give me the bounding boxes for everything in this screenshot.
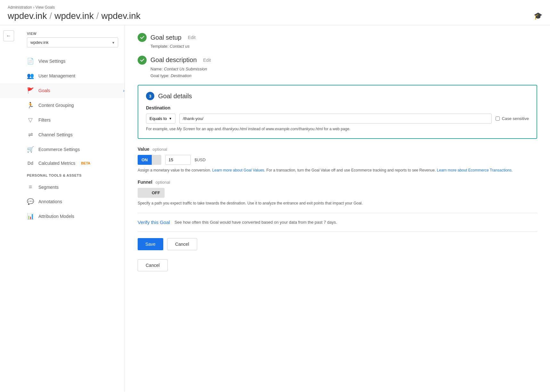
name-value: Contact Us Submission [164, 67, 207, 71]
back-button[interactable]: ← [3, 30, 14, 41]
attribution-icon: 📊 [27, 213, 34, 220]
sidebar-item-channel-settings[interactable]: ⇌ Channel Settings [0, 127, 125, 142]
personal-tools-label: PERSONAL TOOLS & ASSETS [27, 173, 118, 177]
page-title: wpdev.ink / wpdev.ink / wpdev.ink 🎓 [8, 11, 542, 21]
hint-text-3: instead of [247, 127, 266, 131]
goal-details-box: 3 Goal details Destination Equals to Cas… [138, 85, 537, 139]
step3-badge: 3 [146, 92, 154, 100]
goal-description-meta: Name: Contact Us Submission Goal type: D… [150, 66, 537, 79]
value-section: Value optional ON $USD Assign a monetary… [138, 147, 537, 173]
value-desc-2: . For a transaction, turn the Goal Value… [264, 168, 437, 172]
document-icon: 📄 [27, 58, 34, 65]
step2-complete-icon [138, 56, 147, 65]
value-description: Assign a monetary value to the conversio… [138, 167, 537, 173]
learn-more-values-link[interactable]: Learn more about Goal Values [212, 168, 264, 172]
value-toggle: ON [138, 155, 161, 165]
case-sensitive-checkbox[interactable] [496, 116, 500, 121]
hint-text-2: for an app and [195, 127, 222, 131]
hint-text-1: For example, use [146, 127, 177, 131]
cart-icon: 🛒 [27, 146, 34, 153]
value-label: Value optional [138, 147, 537, 152]
funnel-description: Specify a path you expect traffic to tak… [138, 200, 537, 206]
separator-1: / [49, 11, 52, 21]
value-optional: optional [152, 147, 167, 152]
sidebar-item-view-settings[interactable]: 📄 View Settings [0, 54, 125, 68]
cancel-bottom-button[interactable]: Cancel [138, 259, 168, 271]
expand-arrow-icon: › [123, 88, 125, 93]
sidebar-item-label: Goals [38, 88, 50, 93]
sidebar-item-label: User Management [38, 73, 75, 78]
main-content: Goal setup Edit Template: Contact us Goa… [125, 25, 550, 392]
sidebar-item-content-grouping[interactable]: 🏃 Content Grouping [0, 98, 125, 113]
sidebar-item-goals[interactable]: 🚩 Goals › [0, 83, 125, 98]
filter-icon: ▽ [27, 116, 34, 124]
beta-badge: BETA [81, 161, 90, 165]
content-grouping-icon: 🏃 [27, 102, 34, 109]
annotations-icon: 💬 [27, 198, 34, 205]
funnel-toggle-on[interactable] [138, 188, 147, 198]
funnel-section: Funnel optional OFF Specify a path you e… [138, 180, 537, 206]
hint-url: www.example.com/thankyou.html [266, 127, 323, 131]
verify-goal-link[interactable]: Verify this Goal [138, 220, 170, 225]
name-label: Name: [150, 67, 163, 71]
learn-more-ecommerce-link[interactable]: Learn more about Ecommerce Transactions [437, 168, 512, 172]
value-input[interactable] [165, 155, 191, 165]
breadcrumb: Administration › View Goals [8, 5, 542, 10]
value-toggle-off[interactable] [152, 155, 161, 165]
sidebar-item-attribution-models[interactable]: 📊 Attribution Models [0, 209, 125, 224]
template-value: Contact us [170, 44, 190, 49]
goal-description-edit[interactable]: Edit [203, 58, 211, 63]
sidebar-item-calculated-metrics[interactable]: Dd Calculated Metrics BETA [0, 157, 125, 170]
sidebar-item-label: Attribution Models [38, 214, 74, 219]
value-desc-1: Assign a monetary value to the conversio… [138, 168, 212, 172]
separator-2: / [96, 11, 99, 21]
graduation-icon: 🎓 [534, 12, 542, 20]
funnel-label: Funnel optional [138, 180, 537, 185]
destination-label: Destination [146, 105, 529, 110]
hint-text-4: for a web page. [323, 127, 350, 131]
goal-setup-edit[interactable]: Edit [188, 35, 196, 40]
sidebar-item-label: Annotations [38, 199, 62, 204]
verify-row: Verify this Goal See how often this Goal… [138, 220, 537, 225]
verify-description: See how often this Goal would have conve… [174, 220, 337, 225]
site-part-2: wpdev.ink [54, 11, 93, 21]
destination-hint: For example, use My Screen for an app an… [146, 126, 529, 132]
flag-icon: 🚩 [27, 87, 34, 94]
goal-setup-title: Goal setup [150, 34, 182, 41]
sidebar-item-filters[interactable]: ▽ Filters [0, 113, 125, 127]
sidebar-item-label: Content Grouping [38, 103, 74, 108]
sidebar-item-label: Channel Settings [38, 132, 73, 137]
funnel-toggle-row: OFF [138, 188, 537, 198]
goal-description-title: Goal description [150, 56, 197, 64]
sidebar-item-user-management[interactable]: 👥 User Management [0, 68, 125, 83]
cancel-button[interactable]: Cancel [167, 238, 197, 250]
sidebar-item-label: Segments [38, 185, 59, 190]
funnel-toggle-off[interactable]: OFF [147, 188, 165, 198]
destination-input[interactable] [179, 114, 492, 124]
funnel-optional: optional [156, 180, 170, 185]
save-button[interactable]: Save [138, 238, 163, 250]
step1-complete-icon [138, 33, 147, 42]
equals-to-button[interactable]: Equals to [146, 114, 175, 124]
separator-2 [138, 231, 537, 232]
site-part-1: wpdev.ink [8, 11, 47, 21]
goal-setup-meta: Template: Contact us [150, 43, 537, 50]
view-select[interactable]: wpdev.ink [27, 37, 118, 47]
users-icon: 👥 [27, 72, 34, 79]
value-row: ON $USD [138, 155, 537, 165]
funnel-toggle: OFF [138, 188, 165, 198]
hint-my-screen: My Screen [177, 127, 195, 131]
sidebar: ← VIEW wpdev.ink 📄 View Settings 👥 User … [0, 25, 125, 392]
sidebar-item-annotations[interactable]: 💬 Annotations [0, 194, 125, 209]
sidebar-item-label: Calculated Metrics [38, 161, 75, 166]
hint-thankyou: /thankyou.html [222, 127, 247, 131]
sidebar-item-ecommerce-settings[interactable]: 🛒 Ecommerce Settings [0, 142, 125, 157]
site-part-3: wpdev.ink [101, 11, 140, 21]
sidebar-item-label: Filters [38, 117, 51, 123]
sidebar-item-segments[interactable]: ≡ Segments [0, 180, 125, 194]
goal-setup-section: Goal setup Edit Template: Contact us [138, 33, 537, 50]
goal-type-label: Goal type: [150, 73, 169, 78]
case-sensitive-label: Case sensitive [496, 116, 529, 121]
value-toggle-on[interactable]: ON [138, 155, 152, 165]
segments-icon: ≡ [27, 184, 34, 190]
